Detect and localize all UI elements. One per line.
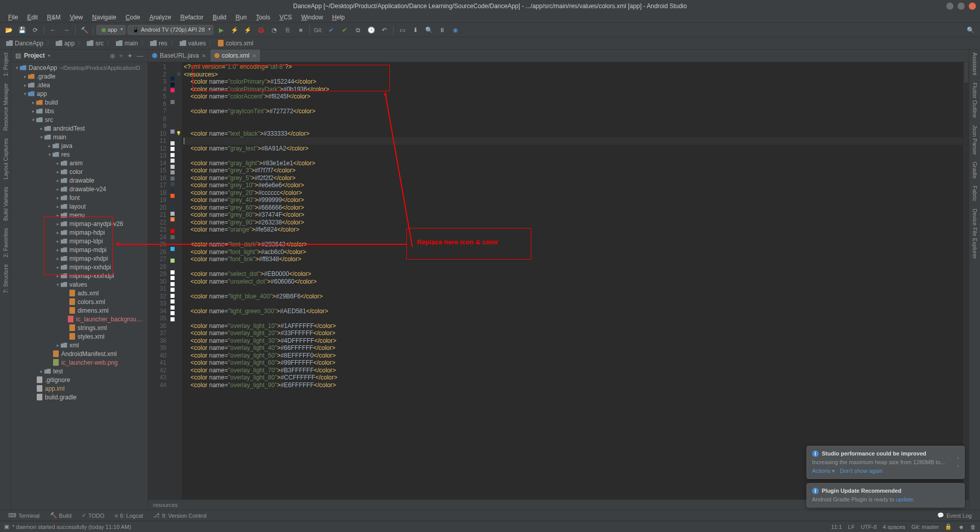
tool-json-parser[interactable]: Json Parser <box>972 125 978 155</box>
breadcrumb-main[interactable]: main <box>114 40 140 47</box>
tree-item-anim[interactable]: ▸anim <box>11 159 148 167</box>
tree-item-mipmap-xxxhdpi[interactable]: ▸mipmap-xxxhdpi <box>11 271 148 280</box>
editor-tab-baseurl-java[interactable]: BaseURL.java✕ <box>148 49 210 62</box>
tree-item-drawable[interactable]: ▸drawable <box>11 176 148 185</box>
settings-icon[interactable]: ✦ <box>127 52 133 60</box>
lock-icon[interactable]: 🔒 <box>945 523 952 530</box>
project-tree[interactable]: ▾DanceApp~/Desktop/Product/Application/D… <box>11 62 148 510</box>
breadcrumb-colorsxml[interactable]: colors.xml <box>216 40 255 47</box>
tool-7--structure[interactable]: 7: Structure <box>3 264 9 293</box>
menu-file[interactable]: File <box>4 13 22 22</box>
git-branch[interactable]: Git: master <box>912 524 939 530</box>
tree-item--idea[interactable]: ▸.idea <box>11 81 148 89</box>
breadcrumb-values[interactable]: values <box>178 40 208 47</box>
git-compare-icon[interactable]: ⧉ <box>352 24 363 36</box>
stop-icon[interactable]: ■ <box>295 24 306 36</box>
tool-gradle[interactable]: Gradle <box>972 162 978 179</box>
tool-flutter-outline[interactable]: Flutter Outline <box>972 83 978 118</box>
tree-item-layout[interactable]: ▸layout <box>11 202 148 211</box>
tool-layout-captures[interactable]: Layout Captures <box>3 138 9 180</box>
menu-run[interactable]: Run <box>231 13 251 22</box>
tree-item-values[interactable]: ▾values <box>11 280 148 289</box>
forward-icon[interactable]: → <box>61 24 72 36</box>
notification-performance[interactable]: ⌃⌄ iStudio performance could be improved… <box>806 446 965 479</box>
git-update-icon[interactable]: ✔ <box>326 24 337 36</box>
tree-item-main[interactable]: ▾main <box>11 133 148 141</box>
tree-item-mipmap-xhdpi[interactable]: ▸mipmap-xhdpi <box>11 254 148 263</box>
menu-analyze[interactable]: Analyze <box>145 13 176 22</box>
tree-item-mipmap-mdpi[interactable]: ▸mipmap-mdpi <box>11 245 148 254</box>
menu-vcs[interactable]: VCS <box>275 13 296 22</box>
menu-code[interactable]: Code <box>121 13 144 22</box>
bottom-tool-terminal[interactable]: ⌨Terminal <box>4 511 44 520</box>
maximize-button[interactable] <box>958 3 965 10</box>
git-commit-icon[interactable]: ✔ <box>339 24 350 36</box>
breadcrumb-app[interactable]: app <box>54 40 77 47</box>
close-button[interactable] <box>969 3 976 10</box>
menu-navigate[interactable]: Navigate <box>88 13 120 22</box>
select-opened-icon[interactable]: ⊕ <box>110 52 115 60</box>
apply-code-icon[interactable]: ⚡ <box>242 24 253 36</box>
tree-item-drawable-v24[interactable]: ▸drawable-v24 <box>11 185 148 193</box>
tree-item--gitignore[interactable]: .gitignore <box>11 375 148 384</box>
git-revert-icon[interactable]: ↶ <box>379 24 390 36</box>
tree-item-styles-xml[interactable]: styles.xml <box>11 332 148 341</box>
save-icon[interactable]: 💾 <box>16 24 28 36</box>
notification-dismiss-link[interactable]: Don't show again <box>840 468 883 474</box>
update-link[interactable]: update <box>896 496 913 502</box>
editor-tab-colors-xml[interactable]: colors.xml✕ <box>210 49 261 62</box>
tree-item-libs[interactable]: ▸libs <box>11 107 148 115</box>
editor-scrollbar[interactable] <box>963 62 969 499</box>
tree-item-menu[interactable]: ▸menu <box>11 211 148 219</box>
minimize-button[interactable] <box>946 3 953 10</box>
menu-edit[interactable]: Edit <box>23 13 42 22</box>
hide-tool-windows-icon[interactable]: ▣ <box>4 523 9 530</box>
tree-item-mipmap-hdpi[interactable]: ▸mipmap-hdpi <box>11 228 148 237</box>
tool-device-file-explorer[interactable]: Device File Explorer <box>972 209 978 259</box>
tree-item-xml[interactable]: ▸xml <box>11 341 148 349</box>
tool-2--favorites[interactable]: 2: Favorites <box>3 228 9 257</box>
tree-item-colors-xml[interactable]: colors.xml <box>11 297 148 306</box>
close-tab-icon[interactable]: ✕ <box>252 53 256 59</box>
debug-icon[interactable]: 🐞 <box>255 24 266 36</box>
run-icon[interactable]: ▶ <box>215 24 227 36</box>
tree-item-mipmap-anydpi-v26[interactable]: ▸mipmap-anydpi-v26 <box>11 219 148 228</box>
menu-view[interactable]: View <box>66 13 87 22</box>
git-history-icon[interactable]: 🕓 <box>365 24 377 36</box>
tree-item-font[interactable]: ▸font <box>11 193 148 202</box>
man-icon[interactable]: ☻ <box>958 524 964 530</box>
notification-plugin[interactable]: iPlugin Update Recommended Android Gradl… <box>806 483 965 508</box>
hide-icon[interactable]: — <box>137 52 143 60</box>
tree-item-app-iml[interactable]: app.iml <box>11 384 148 393</box>
tree-item-ic-launcher-web-png[interactable]: ic_launcher-web.png <box>11 358 148 367</box>
menu-window[interactable]: Window <box>297 13 327 22</box>
tree-item-build-gradle[interactable]: build.gradle <box>11 393 148 401</box>
event-log-button[interactable]: 💬Event Log <box>933 511 976 520</box>
menu-tools[interactable]: Tools <box>252 13 274 22</box>
tree-item-dimens-xml[interactable]: dimens.xml <box>11 306 148 315</box>
breadcrumb-src[interactable]: src <box>85 40 106 47</box>
menu-build[interactable]: Build <box>209 13 231 22</box>
tree-item-androidtest[interactable]: ▸androidTest <box>11 124 148 133</box>
menu-rm[interactable]: R&M <box>43 13 65 22</box>
close-tab-icon[interactable]: ✕ <box>202 53 206 59</box>
project-panel-title[interactable]: Project <box>24 52 45 59</box>
attach-icon[interactable]: ⎘ <box>282 24 293 36</box>
tool-assistant[interactable]: Assistant <box>972 53 978 75</box>
trash-icon[interactable]: 🗑 <box>970 524 976 530</box>
tree-item-app[interactable]: ▾app <box>11 89 148 98</box>
search-icon[interactable]: 🔍 <box>423 24 434 36</box>
notification-actions-link[interactable]: Actions ▾ <box>812 468 835 474</box>
open-icon[interactable]: 📂 <box>3 24 14 36</box>
tree-item-mipmap-xxhdpi[interactable]: ▸mipmap-xxhdpi <box>11 263 148 271</box>
build-icon[interactable]: 🔨 <box>79 24 90 36</box>
menu-help[interactable]: Help <box>328 13 349 22</box>
indent-info[interactable]: 4 spaces <box>883 524 905 530</box>
tree-item-ads-xml[interactable]: ads.xml <box>11 289 148 297</box>
refresh-icon[interactable]: ⟳ <box>30 24 41 36</box>
tree-item-src[interactable]: ▾src <box>11 115 148 124</box>
tree-item-color[interactable]: ▸color <box>11 167 148 176</box>
apply-changes-icon[interactable]: ⚡ <box>229 24 240 36</box>
menu-refactor[interactable]: Refactor <box>176 13 207 22</box>
breadcrumb-res[interactable]: res <box>148 40 169 47</box>
